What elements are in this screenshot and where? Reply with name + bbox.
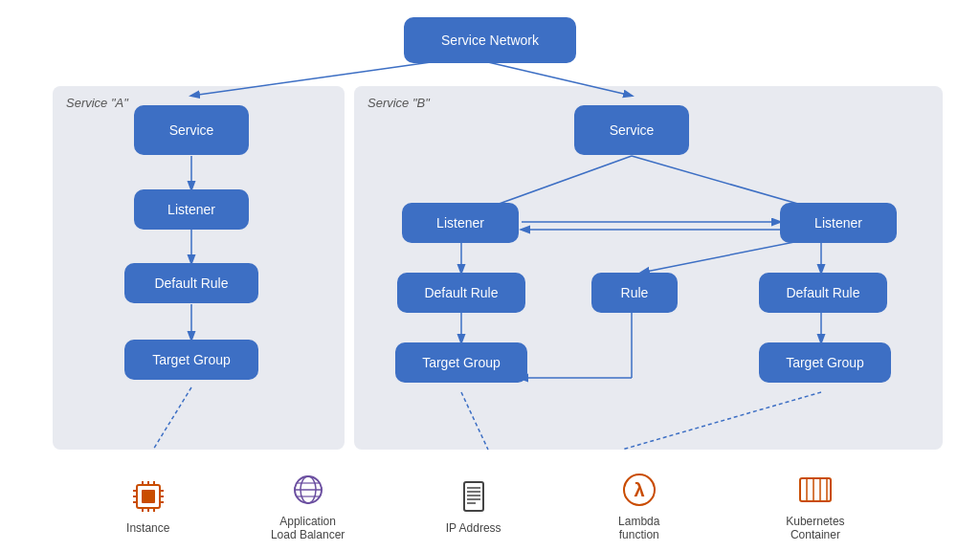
service-b-service-node: Service — [574, 105, 689, 155]
alb-label: Application Load Balancer — [270, 515, 346, 541]
alb-icon — [289, 471, 327, 509]
service-a-target-group-node: Target Group — [124, 340, 258, 380]
k8s-icon-item: Kubernetes Container — [777, 471, 854, 541]
svg-rect-46 — [800, 478, 831, 501]
ip-icon — [455, 477, 493, 516]
service-b-rule-node: Rule — [591, 273, 678, 313]
service-b-listener2-node: Listener — [780, 203, 897, 243]
service-b-target-group1-node: Target Group — [395, 342, 527, 383]
k8s-icon — [796, 471, 835, 509]
instance-icon — [129, 477, 167, 516]
lambda-icon: λ — [620, 471, 658, 509]
service-b-listener1-node: Listener — [402, 203, 519, 243]
svg-rect-20 — [142, 490, 155, 503]
icons-row: Instance Application Load Balancer — [0, 471, 980, 541]
instance-label: Instance — [126, 521, 169, 535]
service-b-target-group2-node: Target Group — [759, 342, 891, 383]
panel-a-label: Service "A" — [66, 96, 128, 110]
service-network-node: Service Network — [404, 17, 576, 63]
ip-label: IP Address — [446, 521, 501, 535]
k8s-label: Kubernetes Container — [777, 515, 854, 541]
service-a-listener-node: Listener — [134, 189, 249, 230]
svg-text:λ: λ — [634, 479, 644, 500]
diagram-container: Service Network Service "A" Service "B" … — [0, 0, 980, 551]
service-b-default-rule2-node: Default Rule — [759, 273, 887, 313]
alb-icon-item: Application Load Balancer — [270, 471, 346, 541]
service-a-service-node: Service — [134, 105, 249, 155]
service-a-default-rule-node: Default Rule — [124, 263, 258, 303]
instance-icon-item: Instance — [126, 477, 169, 535]
lambda-label: Lambda function — [601, 515, 678, 541]
ip-icon-item: IP Address — [446, 477, 501, 535]
svg-rect-38 — [464, 482, 483, 511]
panel-b-label: Service "B" — [368, 96, 430, 110]
lambda-icon-item: λ Lambda function — [601, 471, 678, 541]
service-b-default-rule1-node: Default Rule — [397, 273, 525, 313]
